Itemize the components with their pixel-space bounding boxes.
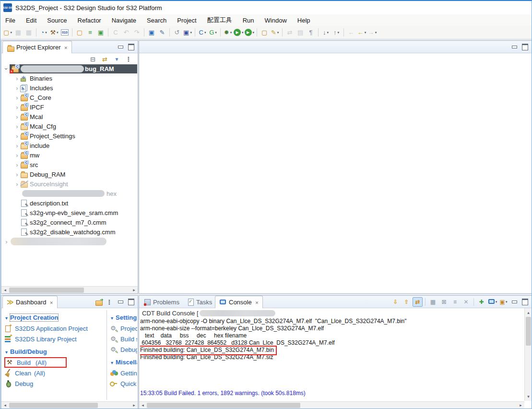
close-icon[interactable] (254, 299, 259, 306)
minimize-icon[interactable] (509, 298, 519, 306)
dropdown-arrow-icon[interactable]: ▾ (190, 31, 192, 35)
menu-refactor[interactable]: Refactor (78, 17, 101, 24)
dropdown-arrow-icon[interactable]: ▾ (57, 31, 59, 35)
back-icon[interactable]: ←▾ (357, 27, 366, 38)
section-settings[interactable]: Settings (111, 314, 137, 321)
link-console-icon[interactable] (413, 297, 423, 307)
tree-item-project-settings[interactable]: CProject_Settings (1, 131, 137, 141)
chevron-right-icon[interactable] (14, 75, 20, 82)
scrollbar-thumb[interactable] (9, 288, 84, 293)
link-build-all[interactable]: Build(All) (4, 357, 67, 368)
dropdown-arrow-icon[interactable]: ▾ (496, 300, 497, 304)
tree-item-description-txt[interactable]: description.txt (1, 198, 137, 208)
view-menu-icon[interactable] (124, 54, 134, 64)
dropdown-arrow-icon[interactable]: ▾ (230, 31, 232, 35)
minimize-icon[interactable] (116, 298, 125, 306)
menu-edit[interactable]: Edit (26, 17, 36, 24)
vertical-scrollbar[interactable] (524, 308, 532, 401)
chevron-right-icon[interactable] (14, 113, 20, 120)
dropdown-arrow-icon[interactable]: ▾ (365, 31, 366, 35)
close-icon[interactable] (63, 44, 68, 51)
menu-help[interactable]: Help (297, 17, 310, 24)
tree-item-sieve-sram-cmm[interactable]: s32g-vnp-evb_sieve_sram.cmm (1, 208, 137, 217)
chevron-right-icon[interactable] (14, 180, 20, 188)
horizontal-scrollbar[interactable] (1, 401, 138, 409)
link-s32ds-application-project[interactable]: S32DS Application Project (4, 323, 104, 334)
dropdown-arrow-icon[interactable]: ▾ (10, 31, 12, 35)
tree-item-mw[interactable]: Cmw (1, 150, 137, 160)
example-project-icon[interactable]: G▾ (208, 27, 218, 38)
console-shortcut-icon[interactable]: ▣ (147, 27, 156, 38)
dropdown-arrow-icon[interactable]: ▾ (242, 31, 244, 35)
tree-item-connect-m7-cmm[interactable]: s32g2_connect_m7_0.cmm (1, 217, 137, 227)
menu-navigate[interactable]: Navigate (112, 17, 136, 24)
build-hammer-icon[interactable]: ⚒▾ (49, 27, 59, 38)
dropdown-arrow-icon[interactable]: ▾ (327, 31, 329, 35)
section-miscellaneous[interactable]: Miscellar (111, 359, 137, 366)
chevron-right-icon[interactable] (14, 84, 20, 92)
maximize-icon[interactable] (520, 43, 530, 51)
link-quick-access[interactable]: Quick a (110, 378, 137, 389)
tree-item-redacted-project[interactable] (1, 237, 137, 246)
dropdown-arrow-icon[interactable]: ▾ (45, 31, 47, 35)
next-annotation-icon[interactable]: ↓▾ (321, 27, 331, 38)
chevron-right-icon[interactable] (14, 171, 20, 178)
dropdown-arrow-icon[interactable]: ▾ (253, 31, 255, 35)
menu-run[interactable]: Run (243, 17, 254, 24)
probe-icon[interactable]: ✎▾ (270, 27, 280, 38)
link-clean-all[interactable]: Clean(All) (4, 368, 104, 378)
tree-item-binaries[interactable]: Binaries (1, 73, 137, 83)
scroll-right-icon[interactable] (517, 402, 524, 409)
new-source-file-icon[interactable]: ▢ (75, 27, 84, 38)
pilcrow-icon[interactable]: ¶ (306, 27, 316, 38)
binary-file-icon[interactable]: 010 (60, 27, 70, 38)
new-library-icon[interactable]: ≡ (85, 27, 95, 38)
link-with-editor-icon[interactable] (100, 54, 110, 64)
filter-icon[interactable] (112, 54, 122, 64)
config-chip-icon[interactable]: ▣▾ (183, 27, 192, 38)
collapse-triangle-icon[interactable] (111, 359, 113, 366)
tree-item-src[interactable]: Csrc (1, 160, 137, 169)
link-s32ds-library-project[interactable]: S32DS Library Project (4, 334, 104, 344)
tree-item-includes[interactable]: Includes (1, 83, 137, 93)
link-debug-settings[interactable]: Debug s (110, 344, 137, 355)
menu-config-tools[interactable]: 配置工具 (207, 16, 232, 24)
tree-item-redacted-hex[interactable]: hex (1, 189, 137, 198)
chevron-right-icon[interactable] (14, 94, 20, 101)
debug-icon[interactable]: ✹▾ (223, 27, 233, 38)
tree-item-disable-watchdog-cmm[interactable]: s32g2_disable_watchdog.cmm (1, 227, 137, 237)
section-build-debug[interactable]: Build/Debug (5, 348, 104, 355)
chevron-right-icon[interactable] (14, 161, 20, 168)
scrollbar-thumb[interactable] (9, 403, 98, 408)
forward-icon[interactable]: →▾ (367, 27, 377, 38)
tree-item-mcal-cfg[interactable]: CMcal_Cfg (1, 121, 137, 131)
run-icon[interactable]: ▶▾ (234, 27, 244, 38)
tree-item-project-root[interactable]: C bug_RAM (1, 64, 137, 73)
link-build-settings[interactable]: Build se (110, 334, 137, 344)
new-c-project-icon[interactable]: C▾ (198, 27, 207, 38)
tree-item-debug-ram[interactable]: Debug_RAM (1, 169, 137, 179)
menu-source[interactable]: Source (47, 17, 67, 24)
tab-dashboard[interactable]: Dashboard (2, 296, 58, 308)
new-wizard-icon[interactable]: ▢▾ (3, 27, 12, 38)
scroll-to-top-icon[interactable] (402, 297, 412, 307)
section-project-creation[interactable]: Project Creation (5, 314, 104, 321)
tab-tasks[interactable]: Tasks (183, 296, 216, 308)
maximize-icon[interactable] (126, 298, 136, 306)
scroll-down-icon[interactable] (525, 393, 532, 400)
tree-item-sourceinsight[interactable]: SourceInsight (1, 179, 137, 189)
peripherals-folder-icon[interactable]: ▢ (260, 27, 269, 38)
link-getting-started[interactable]: Getting (110, 368, 137, 378)
open-console-icon[interactable]: ▾ (498, 297, 508, 307)
save-console-output-icon[interactable] (428, 297, 438, 307)
maximize-icon[interactable] (520, 298, 530, 306)
tab-console[interactable]: Console (215, 296, 263, 308)
minimize-icon[interactable] (116, 43, 125, 51)
back-disabled-icon[interactable]: ← (346, 27, 356, 38)
collapse-all-icon[interactable] (88, 54, 98, 64)
prev-annotation-icon[interactable]: ↑▾ (331, 27, 341, 38)
dropdown-arrow-icon[interactable]: ▾ (277, 31, 279, 35)
chevron-right-icon[interactable] (14, 142, 20, 149)
scroll-left-icon[interactable] (139, 402, 146, 409)
scrollbar-thumb[interactable] (526, 317, 531, 346)
